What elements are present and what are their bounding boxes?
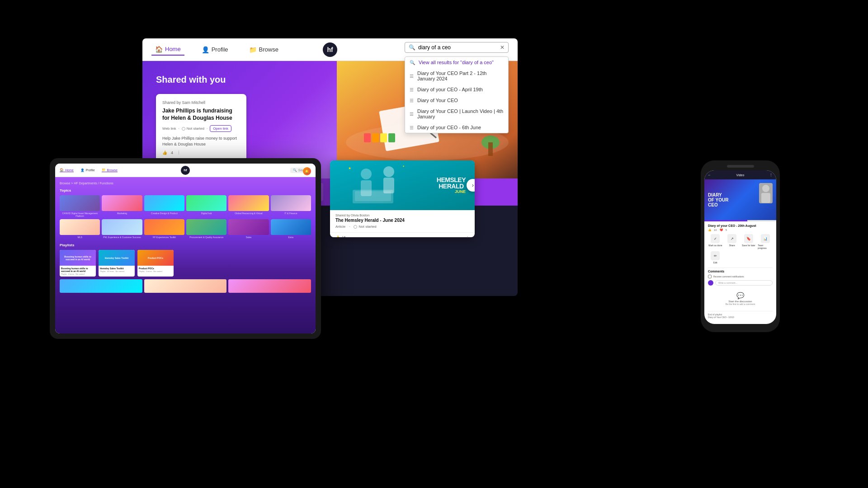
card-description: Help Jake Phillips raise money to suppor…: [162, 136, 240, 147]
nav-home[interactable]: 🏠 Home: [151, 44, 184, 56]
tablet-browse-icon: 📁: [102, 168, 106, 172]
tablet-breadcrumb: Browse > HF Departments / Functions: [60, 182, 311, 185]
topic-item-8[interactable]: HF Experiences Toolkit: [144, 219, 184, 239]
phone-share[interactable]: ↗ Share: [725, 234, 740, 249]
phone-notch: [727, 165, 754, 168]
bottom-thumbs: [60, 279, 311, 293]
playlist-thumb-2: Product POCs: [137, 250, 174, 266]
herald-status: Not started: [354, 225, 376, 229]
topic-item-9[interactable]: Procurement & Quality Assurance: [186, 219, 226, 239]
topic-label-6: MLS: [60, 236, 100, 239]
open-link-button[interactable]: Open link: [210, 125, 231, 132]
tablet-device: 🏠 Home 👤 Profile 📁 Browse hf 🔍 Search 🔔: [50, 158, 321, 339]
herald-likes: 👍 15: [335, 235, 346, 237]
search-clear-button[interactable]: ✕: [500, 44, 505, 51]
app-logo[interactable]: hf: [323, 42, 337, 57]
like-icon: 👍: [335, 235, 340, 237]
tablet-home-icon: 🏠: [60, 168, 64, 172]
search-input[interactable]: [418, 44, 497, 51]
topic-thumb-6: [60, 219, 100, 235]
search-result-4[interactable]: ☰ Diary of Your CEO | Launch Video | 4th…: [405, 106, 508, 122]
topic-thumb-7: [102, 219, 142, 235]
topic-item-3[interactable]: Digital hub: [186, 195, 226, 217]
tablet-notification-icon[interactable]: 🔔: [303, 167, 311, 175]
tablet-nav-home[interactable]: 🏠 Home: [60, 168, 74, 172]
more-options-icon[interactable]: ⋮: [177, 150, 181, 155]
topic-item-11[interactable]: Extra: [271, 219, 311, 239]
topic-item-6[interactable]: MLS: [60, 219, 100, 239]
nav-profile[interactable]: 👤 Profile: [198, 44, 232, 55]
playlist-card-0[interactable]: Boosting human skills to succeed in an A…: [60, 250, 96, 277]
herald-title: The Hemsley Herald - June 2024: [335, 218, 469, 223]
phone-like-icon: 👍: [708, 228, 711, 231]
tablet-logo[interactable]: hf: [181, 166, 190, 175]
card-status: Not started: [182, 127, 204, 131]
phone-more-icon[interactable]: ⋮: [769, 173, 773, 177]
tablet-search-icon: 🔍: [293, 169, 297, 172]
topic-item-4[interactable]: Global Resourcing & Virtual: [228, 195, 269, 217]
herald-image: ★ ✦ · HEMSLEYHERALD JUNE ›: [330, 160, 475, 210]
browse-link[interactable]: Browse > HF Departments / Functions: [60, 182, 113, 185]
phone-edit[interactable]: ✏ Edit: [708, 251, 723, 264]
phone-likes-row: 👍 10 ❤️ 5: [708, 228, 773, 231]
search-box: 🔍 ✕: [405, 42, 509, 53]
phone-header: ← Video ⋮: [704, 170, 776, 179]
tablet-navbar: 🏠 Home 👤 Profile 📁 Browse hf 🔍 Search 🔔: [55, 164, 316, 177]
search-result-5[interactable]: ☰ Diary of your CEO - 6th June: [405, 122, 508, 133]
playlist-card-1[interactable]: Hemsley Sales Toolkit Hemsley Sales Tool…: [99, 250, 135, 277]
shared-by-label: Shared by Sam Mitchell: [162, 100, 240, 105]
topic-label-2: Creative Design & Product: [144, 212, 184, 215]
phone-mark-done[interactable]: ✓ Mark as done: [708, 234, 723, 249]
search-container: 🔍 ✕ 🔍 View all results for "diary of a c…: [405, 42, 509, 53]
like-count: 15: [342, 235, 346, 237]
svg-text:✦: ✦: [402, 165, 405, 168]
phone-comment-toggle[interactable]: Receive comment notifications: [708, 275, 773, 278]
topic-thumb-8: [144, 219, 184, 235]
svg-rect-18: [355, 191, 391, 201]
search-result-1[interactable]: ☰ Diary of Your CEO Part 2 - 12th Januar…: [405, 68, 508, 84]
herald-more-options[interactable]: ⋮: [466, 235, 469, 237]
topic-item-10[interactable]: Sales: [228, 219, 269, 239]
topic-item-0[interactable]: CANVID Digital Asset Management Platform: [60, 195, 100, 217]
tablet-nav-profile[interactable]: 👤 Profile: [80, 169, 95, 172]
playlist-info-0: Boosting human skills to succeed in an A…: [60, 266, 96, 277]
phone-like-count: 10: [714, 229, 717, 231]
home-icon: 🏠: [155, 46, 163, 53]
topic-thumb-2: [144, 195, 184, 211]
topic-item-2[interactable]: Creative Design & Product: [144, 195, 184, 217]
topic-item-5[interactable]: IT & Finance: [271, 195, 311, 217]
playlist-info-1: Hemsley Sales Toolkit Playlist · 42 item…: [99, 266, 135, 274]
svg-rect-6: [488, 142, 493, 156]
svg-rect-24: [761, 193, 770, 203]
topic-thumb-10: [228, 219, 269, 235]
topic-label-1: Marketing: [102, 212, 142, 215]
topic-item-1[interactable]: Marketing: [102, 195, 142, 217]
phone-team-progress[interactable]: 📊 Team progress: [758, 234, 773, 249]
result-icon-1: ☰: [410, 74, 414, 79]
topic-thumb-1: [102, 195, 142, 211]
like-count: 4: [171, 150, 173, 155]
dot-1: [400, 236, 402, 238]
phone-video-info: Diary of your CEO - 20th August 👍 10 ❤️ …: [708, 224, 773, 231]
topic-label-5: IT & Finance: [271, 212, 311, 215]
profile-icon: 👤: [202, 46, 209, 53]
result-icon-5: ☰: [410, 125, 414, 130]
search-dropdown: 🔍 View all results for "diary of a ceo" …: [405, 56, 509, 133]
phone-comments-title: Comments: [708, 270, 773, 273]
dot-2: [404, 236, 407, 238]
comment-notification-checkbox[interactable]: [708, 275, 712, 278]
phone-comment-field[interactable]: Write a comment...: [715, 280, 773, 286]
search-result-2[interactable]: ☰ Diary of your CEO - April 19th: [405, 84, 508, 95]
browse-icon: 📁: [249, 46, 257, 53]
svg-point-13: [361, 169, 372, 179]
phone-back-icon[interactable]: ←: [708, 174, 711, 177]
tablet-nav-browse[interactable]: 📁 Browse: [102, 168, 118, 172]
bookmark-icon: 🔖: [744, 234, 753, 243]
topic-item-7[interactable]: PM, Experience & Customer Success: [102, 219, 142, 239]
topic-label-8: HF Experiences Toolkit: [144, 236, 184, 239]
phone-save-later[interactable]: 🔖 Save for later: [741, 234, 756, 249]
playlist-card-2[interactable]: Product POCs Product POCs Playlist · 5 i…: [137, 250, 174, 277]
search-result-3[interactable]: ☰ Diary of Your CEO: [405, 95, 508, 106]
search-view-all[interactable]: 🔍 View all results for "diary of a ceo": [405, 57, 508, 68]
nav-browse[interactable]: 📁 Browse: [245, 44, 282, 55]
